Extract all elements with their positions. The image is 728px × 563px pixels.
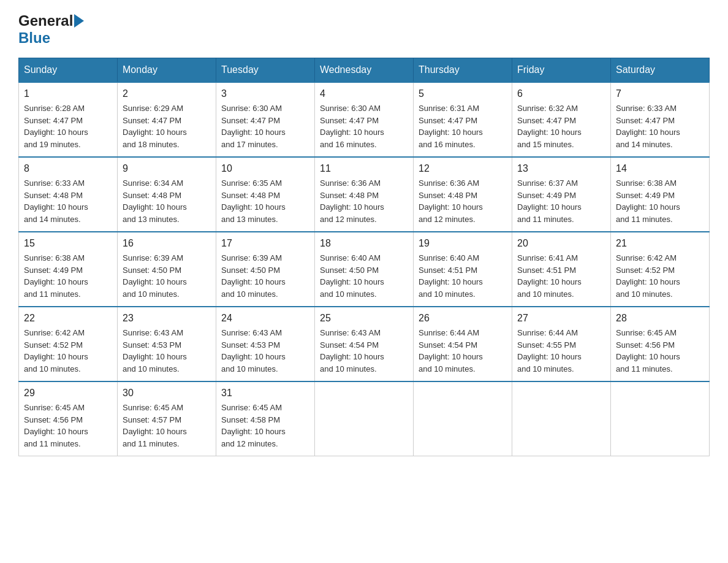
day-info: Sunrise: 6:42 AMSunset: 4:52 PMDaylight:… bbox=[24, 328, 88, 373]
day-number: 10 bbox=[221, 161, 309, 176]
day-number: 2 bbox=[123, 86, 211, 101]
calendar-cell bbox=[611, 381, 710, 456]
calendar-cell: 12Sunrise: 6:36 AMSunset: 4:48 PMDayligh… bbox=[414, 157, 512, 232]
day-number: 26 bbox=[419, 311, 507, 326]
calendar-week-row: 22Sunrise: 6:42 AMSunset: 4:52 PMDayligh… bbox=[19, 307, 710, 381]
day-info: Sunrise: 6:32 AMSunset: 4:47 PMDaylight:… bbox=[517, 104, 582, 149]
day-info: Sunrise: 6:43 AMSunset: 4:54 PMDaylight:… bbox=[320, 328, 384, 373]
day-number: 20 bbox=[517, 236, 605, 251]
day-number: 27 bbox=[517, 311, 605, 326]
day-number: 6 bbox=[517, 86, 605, 101]
day-number: 11 bbox=[320, 161, 408, 176]
day-info: Sunrise: 6:44 AMSunset: 4:55 PMDaylight:… bbox=[517, 328, 582, 373]
logo-text: General bbox=[18, 12, 73, 29]
day-number: 9 bbox=[123, 161, 211, 176]
day-info: Sunrise: 6:44 AMSunset: 4:54 PMDaylight:… bbox=[419, 328, 483, 373]
day-info: Sunrise: 6:45 AMSunset: 4:56 PMDaylight:… bbox=[24, 403, 88, 448]
header-saturday: Saturday bbox=[611, 58, 710, 83]
day-number: 7 bbox=[616, 86, 704, 101]
day-number: 1 bbox=[24, 86, 112, 101]
day-number: 15 bbox=[24, 236, 112, 251]
calendar-cell: 2Sunrise: 6:29 AMSunset: 4:47 PMDaylight… bbox=[118, 82, 216, 157]
day-info: Sunrise: 6:33 AMSunset: 4:48 PMDaylight:… bbox=[24, 178, 88, 224]
day-number: 12 bbox=[419, 161, 507, 176]
logo-blue-text: Blue bbox=[18, 29, 50, 46]
page-header: General Blue bbox=[18, 12, 710, 47]
day-info: Sunrise: 6:45 AMSunset: 4:56 PMDaylight:… bbox=[616, 328, 680, 373]
calendar-cell: 27Sunrise: 6:44 AMSunset: 4:55 PMDayligh… bbox=[512, 307, 611, 381]
day-number: 5 bbox=[419, 86, 507, 101]
day-number: 29 bbox=[24, 386, 112, 400]
calendar-cell: 29Sunrise: 6:45 AMSunset: 4:56 PMDayligh… bbox=[19, 381, 118, 456]
calendar-cell: 26Sunrise: 6:44 AMSunset: 4:54 PMDayligh… bbox=[414, 307, 512, 381]
calendar-cell: 24Sunrise: 6:43 AMSunset: 4:53 PMDayligh… bbox=[216, 307, 315, 381]
calendar-cell: 20Sunrise: 6:41 AMSunset: 4:51 PMDayligh… bbox=[512, 232, 611, 307]
calendar-cell bbox=[414, 381, 512, 456]
day-number: 24 bbox=[221, 311, 309, 326]
day-info: Sunrise: 6:30 AMSunset: 4:47 PMDaylight:… bbox=[320, 104, 384, 149]
day-info: Sunrise: 6:45 AMSunset: 4:58 PMDaylight:… bbox=[221, 403, 286, 448]
calendar-table: SundayMondayTuesdayWednesdayThursdayFrid… bbox=[18, 58, 710, 456]
day-info: Sunrise: 6:34 AMSunset: 4:48 PMDaylight:… bbox=[123, 178, 187, 224]
day-number: 25 bbox=[320, 311, 408, 326]
calendar-cell: 17Sunrise: 6:39 AMSunset: 4:50 PMDayligh… bbox=[216, 232, 315, 307]
calendar-cell: 7Sunrise: 6:33 AMSunset: 4:47 PMDaylight… bbox=[611, 82, 710, 157]
day-info: Sunrise: 6:43 AMSunset: 4:53 PMDaylight:… bbox=[123, 328, 187, 373]
calendar-week-row: 8Sunrise: 6:33 AMSunset: 4:48 PMDaylight… bbox=[19, 157, 710, 232]
calendar-cell: 18Sunrise: 6:40 AMSunset: 4:50 PMDayligh… bbox=[315, 232, 414, 307]
day-info: Sunrise: 6:39 AMSunset: 4:50 PMDaylight:… bbox=[123, 253, 187, 299]
header-tuesday: Tuesday bbox=[216, 58, 315, 83]
day-info: Sunrise: 6:35 AMSunset: 4:48 PMDaylight:… bbox=[221, 178, 286, 224]
calendar-cell: 5Sunrise: 6:31 AMSunset: 4:47 PMDaylight… bbox=[414, 82, 512, 157]
calendar-cell: 8Sunrise: 6:33 AMSunset: 4:48 PMDaylight… bbox=[19, 157, 118, 232]
day-number: 23 bbox=[123, 311, 211, 326]
calendar-cell: 14Sunrise: 6:38 AMSunset: 4:49 PMDayligh… bbox=[611, 157, 710, 232]
day-number: 17 bbox=[221, 236, 309, 251]
day-number: 21 bbox=[616, 236, 704, 251]
day-info: Sunrise: 6:40 AMSunset: 4:51 PMDaylight:… bbox=[419, 253, 483, 299]
calendar-cell: 28Sunrise: 6:45 AMSunset: 4:56 PMDayligh… bbox=[611, 307, 710, 381]
calendar-cell: 9Sunrise: 6:34 AMSunset: 4:48 PMDaylight… bbox=[118, 157, 216, 232]
logo-arrow-icon bbox=[74, 14, 84, 28]
calendar-week-row: 1Sunrise: 6:28 AMSunset: 4:47 PMDaylight… bbox=[19, 82, 710, 157]
day-number: 31 bbox=[221, 386, 309, 400]
day-info: Sunrise: 6:38 AMSunset: 4:49 PMDaylight:… bbox=[24, 253, 88, 299]
calendar-cell: 4Sunrise: 6:30 AMSunset: 4:47 PMDaylight… bbox=[315, 82, 414, 157]
calendar-cell: 16Sunrise: 6:39 AMSunset: 4:50 PMDayligh… bbox=[118, 232, 216, 307]
calendar-cell: 11Sunrise: 6:36 AMSunset: 4:48 PMDayligh… bbox=[315, 157, 414, 232]
day-number: 8 bbox=[24, 161, 112, 176]
day-info: Sunrise: 6:31 AMSunset: 4:47 PMDaylight:… bbox=[419, 104, 483, 149]
calendar-cell: 25Sunrise: 6:43 AMSunset: 4:54 PMDayligh… bbox=[315, 307, 414, 381]
day-number: 19 bbox=[419, 236, 507, 251]
day-number: 22 bbox=[24, 311, 112, 326]
day-info: Sunrise: 6:29 AMSunset: 4:47 PMDaylight:… bbox=[123, 104, 187, 149]
header-friday: Friday bbox=[512, 58, 611, 83]
calendar-cell: 19Sunrise: 6:40 AMSunset: 4:51 PMDayligh… bbox=[414, 232, 512, 307]
day-info: Sunrise: 6:43 AMSunset: 4:53 PMDaylight:… bbox=[221, 328, 286, 373]
day-info: Sunrise: 6:28 AMSunset: 4:47 PMDaylight:… bbox=[24, 104, 88, 149]
day-number: 13 bbox=[517, 161, 605, 176]
day-info: Sunrise: 6:45 AMSunset: 4:57 PMDaylight:… bbox=[123, 403, 187, 448]
calendar-cell: 21Sunrise: 6:42 AMSunset: 4:52 PMDayligh… bbox=[611, 232, 710, 307]
logo: General Blue bbox=[18, 12, 85, 47]
day-number: 14 bbox=[616, 161, 704, 176]
calendar-week-row: 29Sunrise: 6:45 AMSunset: 4:56 PMDayligh… bbox=[19, 381, 710, 456]
calendar-header-row: SundayMondayTuesdayWednesdayThursdayFrid… bbox=[19, 58, 710, 83]
day-info: Sunrise: 6:33 AMSunset: 4:47 PMDaylight:… bbox=[616, 104, 680, 149]
calendar-cell: 30Sunrise: 6:45 AMSunset: 4:57 PMDayligh… bbox=[118, 381, 216, 456]
header-sunday: Sunday bbox=[19, 58, 118, 83]
day-info: Sunrise: 6:36 AMSunset: 4:48 PMDaylight:… bbox=[320, 178, 384, 224]
day-info: Sunrise: 6:38 AMSunset: 4:49 PMDaylight:… bbox=[616, 178, 680, 224]
day-number: 16 bbox=[123, 236, 211, 251]
calendar-cell bbox=[315, 381, 414, 456]
day-number: 3 bbox=[221, 86, 309, 101]
day-info: Sunrise: 6:40 AMSunset: 4:50 PMDaylight:… bbox=[320, 253, 384, 299]
calendar-week-row: 15Sunrise: 6:38 AMSunset: 4:49 PMDayligh… bbox=[19, 232, 710, 307]
calendar-cell: 6Sunrise: 6:32 AMSunset: 4:47 PMDaylight… bbox=[512, 82, 611, 157]
day-info: Sunrise: 6:30 AMSunset: 4:47 PMDaylight:… bbox=[221, 104, 286, 149]
header-thursday: Thursday bbox=[414, 58, 512, 83]
header-wednesday: Wednesday bbox=[315, 58, 414, 83]
calendar-cell: 23Sunrise: 6:43 AMSunset: 4:53 PMDayligh… bbox=[118, 307, 216, 381]
header-monday: Monday bbox=[118, 58, 216, 83]
day-number: 4 bbox=[320, 86, 408, 101]
